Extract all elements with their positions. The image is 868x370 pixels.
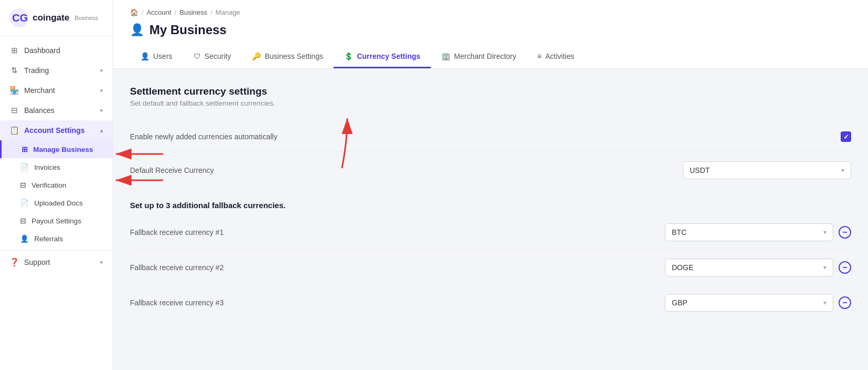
- sidebar-item-label: Account Settings: [24, 126, 85, 135]
- default-currency-control: USDT ▾: [683, 161, 851, 179]
- sidebar-item-merchant[interactable]: 🏪 Merchant ▾: [0, 80, 113, 100]
- tab-security[interactable]: 🛡 Security: [183, 46, 242, 68]
- manage-business-icon: ⊞: [22, 145, 28, 153]
- default-currency-label: Default Receive Currency: [130, 166, 214, 174]
- logo-wordmark: coingate: [33, 13, 69, 23]
- sidebar-sub-item-label: Verification: [32, 181, 66, 189]
- fallback-2-value: DOGE: [672, 263, 693, 272]
- fallback-3-select[interactable]: GBP ▾: [665, 294, 833, 312]
- sidebar-nav: ⊞ Dashboard ⇅ Trading ▾ 🏪 Merchant ▾ ⊟ B…: [0, 36, 113, 370]
- chevron-down-icon: ▾: [100, 67, 103, 74]
- tab-activities-label: Activities: [545, 52, 574, 60]
- fallback-3-control: GBP ▾ −: [665, 294, 851, 312]
- sidebar-sub-item-uploaded-docs[interactable]: 📄 Uploaded Docs: [0, 194, 113, 212]
- tab-business-settings[interactable]: 🔑 Business Settings: [241, 46, 334, 68]
- merchant-directory-tab-icon: 🏢: [441, 52, 450, 60]
- sidebar-sub-item-label: Manage Business: [33, 146, 93, 153]
- enable-currencies-checkbox[interactable]: [841, 131, 851, 142]
- tab-currency-settings-label: Currency Settings: [357, 52, 420, 60]
- sidebar-item-dashboard[interactable]: ⊞ Dashboard: [0, 40, 113, 60]
- sidebar-item-label: Merchant: [24, 86, 55, 95]
- sidebar-sub-item-verification[interactable]: ⊟ Verification: [0, 176, 113, 194]
- fallback-1-label: Fallback receive currency #1: [130, 228, 224, 237]
- tab-merchant-directory[interactable]: 🏢 Merchant Directory: [431, 46, 527, 68]
- fallback-1-remove-button[interactable]: −: [839, 226, 851, 239]
- sidebar-item-label: Dashboard: [24, 46, 60, 55]
- sidebar-item-account-settings[interactable]: 📋 Account Settings ▴: [0, 120, 113, 140]
- payout-settings-icon: ⊟: [20, 217, 26, 225]
- content-area: 🏠 / Account / Business / Manage 👤 My Bus…: [113, 0, 868, 370]
- security-tab-icon: 🛡: [194, 52, 201, 60]
- tab-security-label: Security: [205, 52, 231, 60]
- chevron-down-icon: ▾: [100, 259, 103, 266]
- fallback-1-value: BTC: [672, 228, 687, 237]
- nav-divider: [0, 250, 113, 250]
- tab-merchant-directory-label: Merchant Directory: [454, 52, 516, 60]
- fallback-2-label: Fallback receive currency #2: [130, 263, 224, 272]
- fallback-1-select[interactable]: BTC ▾: [665, 223, 833, 241]
- fallback-2-control: DOGE ▾ −: [665, 259, 851, 276]
- logo-badge: Business: [75, 15, 98, 21]
- sidebar-item-label: Trading: [24, 66, 49, 75]
- fallback-row-2: Fallback receive currency #2 DOGE ▾ −: [130, 250, 851, 285]
- business-settings-tab-icon: 🔑: [252, 52, 261, 60]
- sidebar-item-trading[interactable]: ⇅ Trading ▾: [0, 60, 113, 80]
- verification-icon: ⊟: [20, 181, 26, 189]
- sidebar-sub-item-manage-business[interactable]: ⊞ Manage Business: [0, 140, 113, 158]
- tab-business-settings-label: Business Settings: [265, 52, 323, 60]
- invoices-icon: 📄: [20, 163, 29, 171]
- breadcrumb-business[interactable]: Business: [179, 8, 207, 16]
- page-header: 🏠 / Account / Business / Manage 👤 My Bus…: [113, 0, 868, 69]
- tab-users-label: Users: [153, 52, 173, 60]
- enable-currencies-control: [841, 131, 851, 142]
- sidebar-item-support[interactable]: ❓ Support ▾: [0, 252, 113, 272]
- users-tab-icon: 👤: [140, 52, 149, 60]
- select-chevron-icon: ▾: [823, 264, 826, 271]
- enable-currencies-row: Enable newly added currencies automatica…: [130, 122, 851, 152]
- tab-activities[interactable]: ≡ Activities: [527, 46, 584, 68]
- dashboard-icon: ⊞: [9, 46, 19, 55]
- select-chevron-icon: ▾: [841, 167, 844, 174]
- tabs-bar: 👤 Users 🛡 Security 🔑 Business Settings 💲…: [130, 46, 851, 68]
- merchant-icon: 🏪: [9, 86, 19, 95]
- sidebar-item-label: Balances: [24, 106, 55, 115]
- tab-currency-settings[interactable]: 💲 Currency Settings: [334, 46, 431, 68]
- default-currency-select[interactable]: USDT ▾: [683, 161, 851, 179]
- fallback-row-1: Fallback receive currency #1 BTC ▾ −: [130, 215, 851, 250]
- page-title: My Business: [149, 23, 227, 37]
- sidebar-sub-item-referrals[interactable]: 👤 Referrals: [0, 230, 113, 248]
- uploaded-docs-icon: 📄: [20, 199, 29, 207]
- section-title: Settlement currency settings: [130, 86, 851, 97]
- sidebar: CG coingate Business ⊞ Dashboard ⇅ Tradi…: [0, 0, 113, 370]
- activities-tab-icon: ≡: [537, 52, 541, 60]
- page-title-row: 👤 My Business: [130, 23, 851, 37]
- sidebar-sub-item-label: Uploaded Docs: [34, 199, 83, 207]
- sidebar-sub-item-invoices[interactable]: 📄 Invoices: [0, 158, 113, 176]
- breadcrumb-sep: /: [175, 8, 177, 16]
- sidebar-sub-item-payout-settings[interactable]: ⊟ Payout Settings: [0, 212, 113, 230]
- fallback-3-remove-button[interactable]: −: [839, 296, 851, 309]
- default-currency-row: Default Receive Currency USDT ▾: [130, 152, 851, 189]
- referrals-icon: 👤: [20, 234, 29, 243]
- trading-icon: ⇅: [9, 66, 19, 75]
- sidebar-sub-item-label: Invoices: [34, 163, 60, 171]
- currency-settings-tab-icon: 💲: [344, 52, 353, 60]
- support-icon: ❓: [9, 258, 19, 267]
- fallback-3-label: Fallback receive currency #3: [130, 299, 224, 307]
- breadcrumb-account[interactable]: Account: [147, 8, 171, 16]
- select-chevron-icon: ▾: [823, 299, 826, 306]
- sidebar-item-label: Support: [24, 258, 50, 266]
- tab-users[interactable]: 👤 Users: [130, 46, 183, 68]
- select-chevron-icon: ▾: [823, 229, 826, 236]
- balances-icon: ⊟: [9, 106, 19, 115]
- breadcrumb-home-icon[interactable]: 🏠: [130, 8, 138, 16]
- fallback-2-remove-button[interactable]: −: [839, 261, 851, 274]
- main-content: 🏠 / Account / Business / Manage 👤 My Bus…: [113, 0, 868, 370]
- page-body: Settlement currency settings Set default…: [113, 69, 868, 337]
- coingate-logo-icon: CG: [9, 8, 28, 27]
- sidebar-item-balances[interactable]: ⊟ Balances ▾: [0, 100, 113, 120]
- breadcrumb-current: Manage: [216, 8, 240, 16]
- chevron-down-icon: ▾: [100, 107, 103, 114]
- breadcrumb-sep: /: [142, 8, 144, 16]
- fallback-2-select[interactable]: DOGE ▾: [665, 259, 833, 276]
